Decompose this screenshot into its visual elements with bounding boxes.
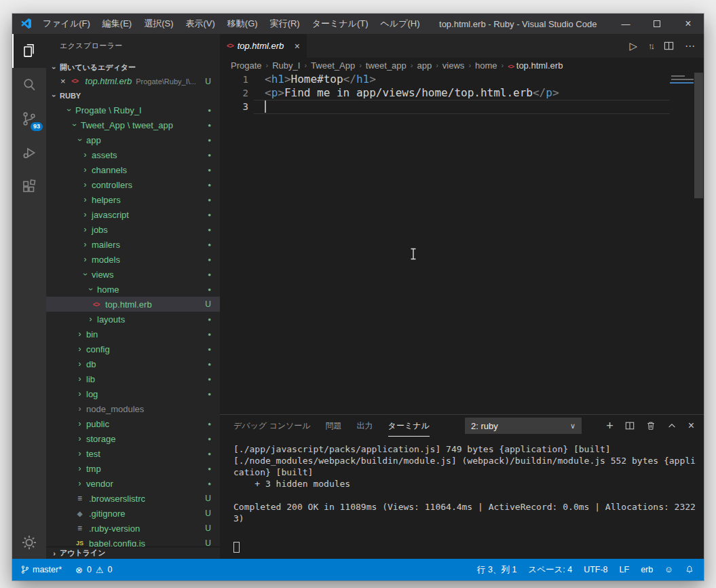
open-editor-item[interactable]: × <> top.html.erb Progate\Ruby_I\... U <box>46 74 220 88</box>
tree-item-vendor[interactable]: ›vendor● <box>46 476 220 491</box>
tree-item-log[interactable]: ›log● <box>46 386 220 401</box>
tree-item-helpers[interactable]: ›helpers● <box>46 192 220 207</box>
chevron-right-icon: › <box>75 404 85 414</box>
tree-item-node-modules[interactable]: ›node_modules <box>46 401 220 416</box>
tree-item-javascript[interactable]: ›javascript● <box>46 207 220 222</box>
breadcrumb-item-app[interactable]: app <box>417 60 432 71</box>
code-editor[interactable]: 1<h1>Home#top</h1>2<p>Find me in app/vie… <box>220 73 704 414</box>
tree-item-layouts[interactable]: ›layouts● <box>46 312 220 327</box>
tree-item-progate-ruby-i[interactable]: ›Progate \ Ruby_I● <box>46 103 220 117</box>
kill-terminal-icon[interactable] <box>646 421 656 430</box>
panel-tab-[interactable]: 出力 <box>357 416 373 437</box>
terminal-select[interactable]: 2: ruby ∨ <box>465 418 582 434</box>
notifications-bell-icon[interactable] <box>685 565 694 574</box>
open-editors-section-header[interactable]: › 開いているエディター <box>46 60 220 75</box>
panel-tab-[interactable]: デバッグ コンソール <box>233 416 311 437</box>
tree-item-label: app <box>86 135 101 145</box>
close-editor-icon[interactable]: × <box>60 76 66 86</box>
tree-item-app[interactable]: ›app● <box>46 132 220 147</box>
language-mode-indicator[interactable]: erb <box>641 565 653 574</box>
activity-run-debug[interactable] <box>12 136 46 170</box>
tree-item-config[interactable]: ›config● <box>46 342 220 356</box>
tree-item-views[interactable]: ›views● <box>46 267 220 282</box>
activity-explorer[interactable] <box>12 34 46 68</box>
activity-extensions[interactable] <box>12 170 46 204</box>
breadcrumb-item-top.html.erb[interactable]: <>top.html.erb <box>508 60 563 71</box>
tree-item-top.html.erb[interactable]: <>top.html.erbU <box>46 297 220 312</box>
problems-indicator[interactable]: ⊗ 0 ⚠ 0 <box>75 565 112 575</box>
tree-item-.browserslistrc[interactable]: ≡.browserslistrcU <box>46 491 220 506</box>
chevron-down-icon: › <box>50 90 58 101</box>
minimap[interactable] <box>670 73 694 154</box>
scrollbar-thumb[interactable] <box>694 73 703 198</box>
run-button[interactable]: ▷ <box>629 40 637 52</box>
code-token: h1 <box>271 73 284 86</box>
close-panel-icon[interactable]: × <box>688 420 694 432</box>
tab-top-html-erb[interactable]: <> top.html.erb × <box>220 34 307 58</box>
more-actions-icon[interactable]: ⋯ <box>685 40 696 52</box>
tree-item-home[interactable]: ›home● <box>46 282 220 297</box>
minimize-button[interactable]: — <box>610 14 641 34</box>
editor-scrollbar[interactable] <box>694 73 704 414</box>
menu-r[interactable]: 実行(R) <box>264 14 306 34</box>
folder-section-header[interactable]: › RUBY <box>46 88 220 103</box>
activity-search[interactable] <box>12 68 46 102</box>
panel-tabs: デバッグ コンソール問題出力ターミナル <box>233 416 445 437</box>
scm-changes-badge: 93 <box>31 122 43 131</box>
tree-item-public[interactable]: ›public● <box>46 416 220 431</box>
tree-item-bin[interactable]: ›bin● <box>46 327 220 342</box>
tree-item-controllers[interactable]: ›controllers● <box>46 177 220 192</box>
breadcrumb-item-tweet-app[interactable]: Tweet_App <box>311 60 355 71</box>
tree-item-babel.config.js[interactable]: JSbabel.config.jsU <box>46 536 220 547</box>
menu-f[interactable]: ファイル(F) <box>37 14 96 34</box>
encoding-indicator[interactable]: UTF-8 <box>584 565 607 574</box>
eol-indicator[interactable]: LF <box>620 565 630 574</box>
maximize-button[interactable] <box>641 14 673 34</box>
feedback-icon[interactable]: ☺ <box>664 565 673 574</box>
tree-item-storage[interactable]: ›storage● <box>46 431 220 446</box>
menu-g[interactable]: 移動(G) <box>221 14 264 34</box>
tab-close-icon[interactable]: × <box>295 41 300 52</box>
maximize-panel-icon[interactable] <box>667 421 677 430</box>
split-editor-icon[interactable] <box>664 41 674 51</box>
activity-settings[interactable] <box>12 528 46 557</box>
gear-icon <box>21 534 37 551</box>
menu-v[interactable]: 表示(V) <box>180 14 221 34</box>
sidebar-title: エクスプローラー <box>60 41 123 51</box>
open-changes-icon[interactable]: ↑↓ <box>648 41 653 51</box>
tree-item-mailers[interactable]: ›mailers● <box>46 237 220 252</box>
tree-item-tmp[interactable]: ›tmp● <box>46 461 220 476</box>
terminal-output[interactable]: [./app/javascript/packs/application.js] … <box>233 443 697 559</box>
modified-dot-badge: ● <box>208 376 211 382</box>
tree-item-channels[interactable]: ›channels● <box>46 162 220 177</box>
new-terminal-icon[interactable]: + <box>606 419 614 433</box>
tree-item-assets[interactable]: ›assets● <box>46 147 220 162</box>
menu-t[interactable]: ターミナル(T) <box>306 14 375 34</box>
tree-item-tweet-app-tweet-app[interactable]: ›Tweet_App \ tweet_app● <box>46 117 220 132</box>
breadcrumb-item-home[interactable]: home <box>475 60 497 71</box>
indentation-indicator[interactable]: スペース: 4 <box>528 564 572 576</box>
breadcrumb-item-progate[interactable]: Progate <box>231 60 262 71</box>
panel-tab-[interactable]: ターミナル <box>388 416 430 437</box>
tree-item-models[interactable]: ›models● <box>46 252 220 267</box>
outline-section-header[interactable]: › アウトライン <box>46 547 220 559</box>
activity-source-control[interactable]: 93 <box>12 102 46 136</box>
tree-item-db[interactable]: ›db● <box>46 356 220 371</box>
tree-item-test[interactable]: ›test● <box>46 446 220 461</box>
tree-item-lib[interactable]: ›lib● <box>46 371 220 386</box>
split-terminal-icon[interactable] <box>625 421 635 430</box>
git-branch-indicator[interactable]: master* <box>20 565 62 574</box>
breadcrumb-item-views[interactable]: views <box>442 60 465 71</box>
breadcrumb-item-tweet-app[interactable]: tweet_app <box>366 60 407 71</box>
tree-item-.gitignore[interactable]: ◆.gitignoreU <box>46 506 220 521</box>
menu-s[interactable]: 選択(S) <box>138 14 179 34</box>
panel-tab-[interactable]: 問題 <box>326 416 342 437</box>
menu-h[interactable]: ヘルプ(H) <box>375 14 426 34</box>
breadcrumb-item-ruby-i[interactable]: Ruby_I <box>272 60 300 71</box>
tree-item-jobs[interactable]: ›jobs● <box>46 222 220 237</box>
modified-dot-badge: ● <box>208 436 211 442</box>
menu-e[interactable]: 編集(E) <box>96 14 138 34</box>
cursor-position-indicator[interactable]: 行 3、列 1 <box>477 564 516 576</box>
close-button[interactable]: × <box>673 14 704 34</box>
tree-item-.ruby-version[interactable]: ≡.ruby-versionU <box>46 521 220 536</box>
